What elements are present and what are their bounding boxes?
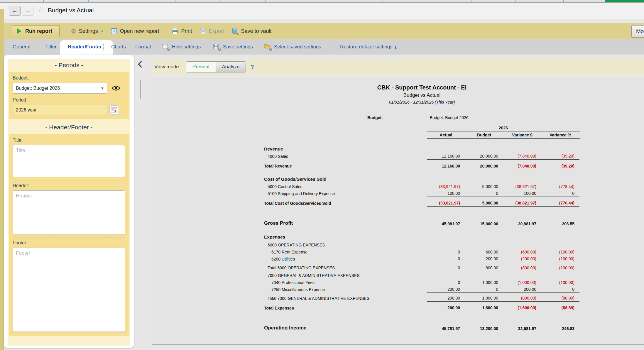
open-new-report-button[interactable]: + Open new report [111,28,159,34]
row-value: 5,000.00 [465,201,503,207]
header-field-label: Header: [13,183,125,188]
export-button[interactable]: Export [200,28,224,34]
row-value: 200.00 [427,305,465,311]
report-row: 7040 Professional Fees01,000.00(1,000.00… [264,279,580,286]
panel-resize-divider[interactable] [140,80,141,99]
tab-filter[interactable]: Filter [45,39,57,55]
table-column-headers: Actual Budget Variance $ Variance % [427,131,580,139]
chevron-left-icon [138,61,142,68]
row-value: (200.00) [503,256,541,262]
help-link[interactable]: ? [251,64,254,70]
row-value: (33,921.97) [427,184,465,190]
row-value: 1,000.00 [465,280,503,286]
select-saved-settings-label: Select saved settings [274,44,321,50]
frame-divider [515,0,516,2]
row-label: Revenue [264,146,427,153]
view-mode-analyze-button[interactable]: Analyze [216,62,246,72]
page-title: Budget vs Actual [48,7,94,14]
period-input[interactable] [13,105,107,115]
row-value: 15,000.00 [465,222,503,227]
column-header-variance-percent: Variance % [541,133,579,137]
settings-menu-button[interactable]: ⚙ Settings ▾ [71,28,103,34]
budget-visibility-toggle[interactable] [111,85,121,91]
header-textarea[interactable] [13,190,125,234]
footer-textarea[interactable] [13,248,125,332]
column-header-budget: Budget [465,133,503,137]
forward-button[interactable]: → [22,6,33,16]
frame-divider [219,0,219,2]
periods-fields-box: Budget: Budget: Budget 2026 ▼ Period: [9,72,129,119]
folder-gear-icon: ⚙ [264,44,272,50]
row-label: Gross Profit [264,220,427,227]
budget-select-value: Budget: Budget 2026 [13,86,98,91]
row-value [427,182,465,183]
report-toolbar: Run report ⚙ Settings ▾ + Open new repor… [4,23,644,39]
calendar-icon [111,107,117,113]
calendar-picker-button[interactable] [109,105,119,115]
view-mode-present-button[interactable]: Present [186,62,216,72]
report-row: 7250 Miscellaneous Expense200.000200.000 [264,286,580,293]
tab-format-label: Format [135,44,151,50]
run-report-button[interactable]: Run report [12,25,60,37]
row-value [465,152,503,153]
vault-cylinder-icon [232,28,239,35]
row-value: 0 [427,250,465,255]
favorite-star-icon[interactable]: ☆ [37,5,44,15]
print-button[interactable]: Print [171,28,192,34]
hide-settings-link[interactable]: ⚙ Hide settings [162,39,201,55]
header-footer-fields-box: Title: Header: Footer: [9,134,129,336]
row-value [503,278,541,279]
row-value: 0 [427,266,465,271]
run-report-label: Run report [25,28,52,34]
collapse-panel-button[interactable] [138,61,142,69]
row-value: 0 [465,287,503,293]
column-header-variance-dollar: Variance $ [503,133,541,137]
periods-section-title: - Periods - [8,59,130,72]
settings-sidebar-panel: - Periods - Budget: Budget: Budget 2026 … [4,55,134,348]
row-value: (100.00) [541,250,579,255]
budget-select-dropdown-button[interactable]: ▼ [98,83,107,93]
window-gear-icon: ⚙ [162,44,170,50]
back-arrow-icon: ← [12,7,18,14]
tab-general-label: General [13,44,30,50]
back-button[interactable]: ← [9,6,21,16]
row-value: (38,821.97) [503,201,541,207]
title-textarea[interactable] [13,145,125,177]
settings-label: Settings [79,28,98,34]
tab-format[interactable]: Format [135,39,151,55]
row-value [427,247,465,248]
row-value: 0 [541,191,579,197]
report-filter-row: Budget: Budget: Budget 2026 [264,115,580,121]
row-value [503,182,541,183]
restore-default-settings-link[interactable]: Restore default settings ▾ [340,39,396,55]
select-saved-settings-link[interactable]: ⚙ Select saved settings [264,39,321,55]
chevron-down-icon: ▼ [101,86,104,90]
report-company-name: CBK - Support Test Account - EI [264,84,580,91]
tab-header-footer[interactable]: Header/Footer [66,39,103,55]
report-table-body: Revenue4000 Sales12,160.0020,000.00(7,84… [264,144,580,332]
more-button[interactable]: Mo [631,25,644,38]
row-value: (1,600.00) [503,305,541,311]
tab-charts[interactable]: Charts [111,39,126,55]
frame-divider [338,0,338,2]
print-label: Print [181,28,192,34]
view-mode-bar: View mode: Present Analyze ? [152,59,644,75]
tab-general[interactable]: General [13,39,30,55]
frame-divider [471,0,471,2]
row-value: (38,921.97) [503,184,541,190]
row-value: 0 [427,256,465,262]
row-value [427,152,465,153]
row-label: Cost of Goods/Services Sold [264,177,427,183]
row-value: (7,840.00) [503,154,541,160]
row-value [541,247,579,248]
left-accent-strip [0,9,4,350]
row-value: 12,160.00 [427,164,465,169]
save-settings-link[interactable]: ⚙ Save settings [213,39,253,55]
report-row: Total Expenses200.001,800.00(1,600.00)(8… [264,302,580,311]
view-mode-label: View mode: [154,64,180,70]
save-to-vault-button[interactable]: Save to vault [232,28,272,35]
row-value: (33,821.97) [427,201,465,207]
report-row: Operating Income45,781.9713,200.0032,581… [264,319,580,332]
row-value: (88.89) [541,305,579,311]
budget-select[interactable]: Budget: Budget 2026 ▼ [13,83,107,94]
